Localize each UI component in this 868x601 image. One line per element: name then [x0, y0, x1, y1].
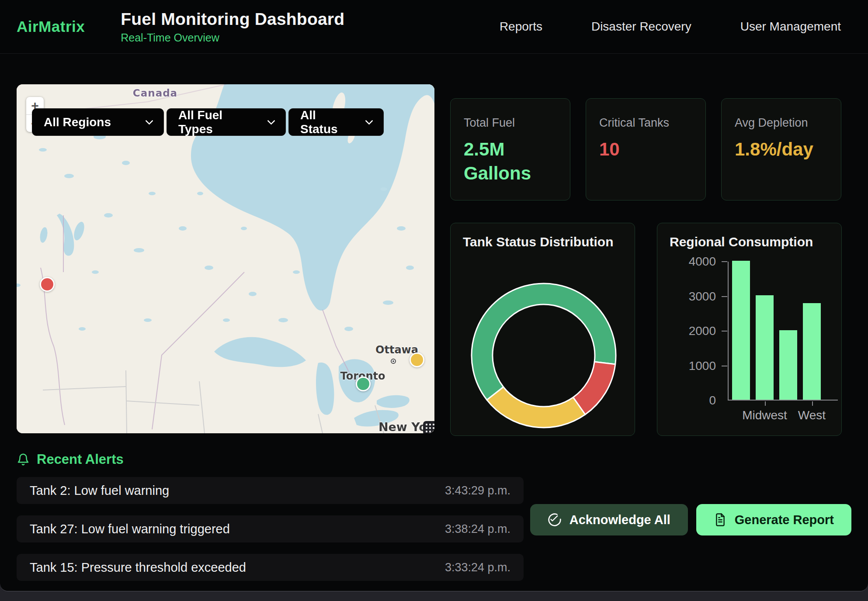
stat-card-total-fuel: Total Fuel 2.5M Gallons — [450, 98, 570, 200]
chevron-down-icon — [365, 117, 373, 124]
alerts-header: Recent Alerts — [17, 452, 851, 467]
alert-text: Tank 2: Low fuel warning — [30, 484, 169, 498]
alert-time: 3:33:24 p.m. — [445, 561, 510, 574]
page-title: Fuel Monitoring Dashboard — [121, 10, 344, 29]
alert-list: Tank 2: Low fuel warning 3:43:29 p.m. Ta… — [17, 477, 524, 591]
alerts-body: Tank 2: Low fuel warning 3:43:29 p.m. Ta… — [17, 477, 851, 591]
main-content: + − All Regions All Fuel Types All Statu… — [0, 54, 868, 436]
generate-report-label: Generate Report — [735, 513, 834, 527]
y-tick-label: 4000 — [689, 255, 716, 269]
title-block: Fuel Monitoring Dashboard Real-Time Over… — [121, 10, 344, 44]
generate-report-button[interactable]: Generate Report — [696, 504, 851, 535]
x-tick-mark — [765, 401, 766, 406]
charts-row: Tank Status Distribution Regional Consum… — [450, 223, 842, 436]
y-tick-label: 2000 — [689, 324, 716, 338]
stat-card-avg-depletion: Avg Depletion 1.8%/day — [721, 98, 841, 200]
nav-item-reports[interactable]: Reports — [500, 20, 542, 34]
acknowledge-all-label: Acknowledge All — [569, 513, 670, 527]
stat-label: Avg Depletion — [735, 116, 828, 130]
x-tick-label: Midwest — [742, 408, 787, 422]
y-tick-mark — [722, 296, 727, 297]
bar-col-3 — [779, 330, 797, 400]
brand-logo[interactable]: AirMatrix — [17, 18, 85, 35]
tank-status-donut — [451, 249, 635, 434]
tank-marker-critical[interactable] — [40, 277, 55, 292]
alert-actions: Acknowledge All Generate Report — [524, 504, 851, 591]
y-tick-mark — [722, 366, 727, 366]
map-label-canada: Canada — [133, 87, 177, 99]
region-filter-value: All Regions — [44, 115, 111, 129]
alert-row[interactable]: Tank 15: Pressure threshold exceeded 3:3… — [17, 554, 524, 581]
y-tick-mark — [722, 261, 727, 262]
stat-value-critical-tanks: 10 — [599, 138, 692, 162]
check-circle-icon — [548, 513, 562, 527]
main-nav: Reports Disaster Recovery User Managemen… — [500, 20, 841, 34]
chevron-down-icon — [267, 117, 275, 124]
y-tick-label: 1000 — [689, 359, 716, 373]
stats-row: Total Fuel 2.5M Gallons Critical Tanks 1… — [450, 98, 842, 200]
y-tick-mark — [722, 331, 727, 332]
right-panel: Total Fuel 2.5M Gallons Critical Tanks 1… — [434, 84, 842, 436]
stat-value-total-fuel: 2.5M Gallons — [464, 138, 557, 185]
bar-west — [803, 303, 821, 400]
nav-item-disaster-recovery[interactable]: Disaster Recovery — [591, 20, 691, 34]
bell-icon — [17, 452, 30, 466]
alert-text: Tank 15: Pressure threshold exceeded — [30, 560, 246, 575]
bar-chart-plot: MidwestWest — [728, 262, 838, 401]
recent-alerts-section: Recent Alerts Tank 2: Low fuel warning 3… — [0, 436, 868, 591]
bar-midwest — [756, 295, 774, 400]
town-marker-icon — [391, 359, 396, 364]
donut-chart-title: Tank Status Distribution — [463, 235, 635, 249]
header: AirMatrix Fuel Monitoring Dashboard Real… — [0, 0, 868, 54]
stat-label: Critical Tanks — [599, 116, 692, 130]
bar-chart-title: Regional Consumption — [670, 235, 841, 249]
map-filters: All Regions All Fuel Types All Status — [32, 108, 384, 136]
nav-item-user-management[interactable]: User Management — [740, 20, 841, 34]
region-filter-dropdown[interactable]: All Regions — [32, 108, 164, 136]
alert-text: Tank 27: Low fuel warning triggered — [30, 522, 230, 536]
alert-time: 3:38:24 p.m. — [445, 522, 510, 536]
regional-consumption-card: Regional Consumption 40003000200010000 M… — [657, 223, 842, 436]
status-filter-value: All Status — [300, 108, 356, 136]
bar-chart-y-axis: 40003000200010000 — [657, 262, 727, 401]
document-icon — [714, 513, 727, 527]
y-tick-label: 3000 — [689, 290, 716, 304]
tank-marker-normal[interactable] — [356, 376, 371, 391]
stat-card-critical-tanks: Critical Tanks 10 — [586, 98, 706, 200]
acknowledge-all-button[interactable]: Acknowledge All — [530, 504, 688, 535]
status-filter-dropdown[interactable]: All Status — [288, 108, 384, 136]
stat-label: Total Fuel — [464, 116, 557, 130]
app-window: AirMatrix Fuel Monitoring Dashboard Real… — [0, 0, 868, 591]
donut-segment-warning — [487, 387, 585, 428]
x-tick-mark — [812, 401, 813, 406]
alerts-title: Recent Alerts — [37, 452, 124, 467]
alert-time: 3:43:29 p.m. — [445, 484, 510, 497]
chevron-down-icon — [145, 117, 153, 124]
bar-col-1 — [732, 261, 750, 400]
fuel-type-filter-value: All Fuel Types — [178, 108, 258, 136]
stat-value-avg-depletion: 1.8%/day — [735, 138, 828, 162]
fuel-type-filter-dropdown[interactable]: All Fuel Types — [167, 108, 286, 136]
map-resize-handle[interactable] — [423, 421, 434, 433]
tank-marker-warning[interactable] — [410, 352, 424, 367]
tank-status-card: Tank Status Distribution — [450, 223, 635, 436]
alert-row[interactable]: Tank 27: Low fuel warning triggered 3:38… — [17, 515, 524, 542]
alert-row[interactable]: Tank 2: Low fuel warning 3:43:29 p.m. — [17, 477, 524, 504]
tank-map[interactable]: + − All Regions All Fuel Types All Statu… — [17, 84, 434, 433]
y-tick-label: 0 — [709, 394, 716, 408]
regional-consumption-chart: 40003000200010000 MidwestWest — [657, 256, 841, 436]
page-subtitle: Real-Time Overview — [121, 31, 344, 44]
x-tick-label: West — [798, 408, 826, 422]
